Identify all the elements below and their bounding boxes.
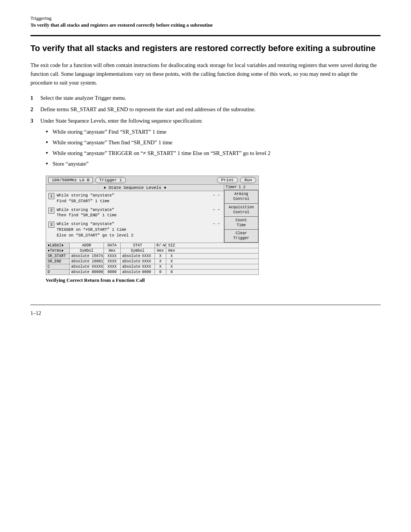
terms-stat-text: Symbol [131,249,144,253]
row2-addr[interactable]: absolute XXXXX [70,264,104,269]
step-1-num: 1 [30,94,39,102]
step-3-text: Under State Sequence Levels, enter the f… [40,117,381,125]
row1-rw-text: X [159,259,161,264]
step-1: 1 Select the state analyzer Trigger menu… [30,94,381,102]
row1-label-text: SR_END [48,259,61,264]
row2-siz[interactable]: X [166,264,177,269]
step-1-text: Select the state analyzer Trigger menu. [40,94,381,102]
row2-data-text: XXXX [107,265,116,269]
level-3-text: While storing “anystate” TRIGGER on “≠SR… [57,221,134,238]
terms-siz-text: Hex [168,249,175,253]
row3-addr-text: absolute 00000 [71,270,103,274]
grid-data-row-1: SR_END absolute 16001 XXXX absolute XXXX… [46,259,258,264]
row0-siz[interactable]: X [166,254,177,259]
clear-trigger-button[interactable]: ClearTrigger [224,229,258,243]
grid-terms-row: ♦Terms♦ Symbol Hex Symbol Hex [46,248,258,254]
row2-label[interactable]: C [46,264,70,269]
row1-stat[interactable]: absolute XXXX [121,259,155,264]
row1-siz[interactable]: X [166,259,177,264]
level-3-line1: While storing “anystate” [57,221,134,227]
row3-stat[interactable]: absolute 0000 [121,270,155,275]
row2-stat[interactable]: absolute XXXX [121,264,155,269]
row2-data[interactable]: XXXX [104,264,121,269]
rw-header-text: R/-W [156,243,166,248]
row3-addr[interactable]: absolute 00000 [70,270,104,275]
stat-header-text: STAT [133,243,142,248]
level-3-row: 3 While storing “anystate” TRIGGER on “≠… [48,221,221,238]
bullet-3-dot: • [46,149,53,158]
sequence-levels-panel: ♦ State Sequence Levels ♦ 1 While storin… [46,185,224,243]
bullet-1: • While storing “anystate” Find “SR_STAR… [46,128,381,136]
arming-control-button[interactable]: ArmingControl [224,190,258,203]
level-1-num: 1 [48,193,54,199]
acquisition-control-button[interactable]: AcquisitionControl [224,203,258,216]
bullet-2-dot: • [46,139,53,147]
level-2-line1: While storing “anystate” [57,207,117,213]
siz-header-cell: SIZ [166,243,177,248]
step-3: 3 Under State Sequence Levels, enter the… [30,117,381,125]
top-rule [30,35,381,36]
trigger-button[interactable]: Trigger 1 [95,177,126,183]
device-button[interactable]: 100/500MHz LA B [48,177,93,183]
grid-header-row: ♦Label♦ ADDR DATA STAT R/-W SI [46,243,258,248]
row2-stat-text: absolute [122,265,140,269]
level-2-inner: While storing “anystate” Then find “SR_E… [57,207,221,218]
row1-addr[interactable]: absolute 16001 [70,259,104,264]
row0-stat[interactable]: absolute XXXX [121,254,155,259]
print-button[interactable]: Print [217,177,238,183]
bottom-rule [30,305,381,305]
bullet-4-text: Store “anystate” [53,160,89,168]
timer-header: Timer 1 2 [224,185,258,190]
row1-rw[interactable]: X [155,259,166,264]
row2-rw-text: X [159,265,161,269]
row3-rw[interactable]: 0 [155,270,166,275]
label-header-cell[interactable]: ♦Label♦ [46,243,70,248]
run-button[interactable]: Run [240,177,256,183]
breadcrumb-line2: To verify that all stacks and registers … [30,22,381,28]
row3-siz-text: 0 [170,270,173,274]
row1-data[interactable]: XXXX [104,259,121,264]
diagram-caption: Verifying Correct Return from a Function… [46,277,259,283]
row1-label[interactable]: SR_END [46,259,70,264]
diagram-wrapper: 100/500MHz LA B Trigger 1 Print Run ♦ St… [46,176,259,289]
row3-data[interactable]: 0000 [104,270,121,275]
level-1-inner: While storing “anystate” Find “SR_START”… [57,193,221,204]
row0-label[interactable]: SR_START [46,254,70,259]
row3-siz[interactable]: 0 [166,270,177,275]
step-2-text: Define terms SR_START and SR_END to repr… [40,105,381,114]
bullet-3-text: While storing “anystate” TRIGGER on “≠ S… [53,149,271,158]
terms-label-cell[interactable]: ♦Terms♦ [46,248,70,253]
seq-levels: 1 While storing “anystate” Find “SR_STAR… [46,191,224,243]
diagram-top-bar: 100/500MHz LA B Trigger 1 Print Run [46,176,258,185]
header-section: Triggering To verify that all stacks and… [30,15,381,28]
grid-data-row-3: D absolute 00000 0000 absolute 0000 0 [46,270,258,275]
level-3-inner: While storing “anystate” TRIGGER on “≠SR… [57,221,221,238]
row3-stat-text: absolute [122,270,140,274]
row1-data-text: XXXX [107,259,116,264]
row0-data[interactable]: XXXX [104,254,121,259]
row2-label-text: C [48,265,50,269]
bullet-3: • While storing “anystate” TRIGGER on “≠… [46,149,381,158]
row0-rw-text: X [159,254,161,258]
diagram-grid: ♦Label♦ ADDR DATA STAT R/-W SI [46,243,258,275]
level-1-dashes: – – [213,193,221,204]
bullet-4-dot: • [46,160,53,168]
page: Triggering To verify that all stacks and… [0,0,411,532]
row2-rw[interactable]: X [155,264,166,269]
level-3-dashes: – – [213,221,221,238]
row3-label[interactable]: D [46,270,70,275]
row0-rw[interactable]: X [155,254,166,259]
timer-label: Timer [226,185,237,189]
diagram-main: ♦ State Sequence Levels ♦ 1 While storin… [46,185,258,243]
row1-siz-text: X [170,259,173,264]
diagram: 100/500MHz LA B Trigger 1 Print Run ♦ St… [46,176,259,275]
row0-addr[interactable]: absolute 1567A [70,254,104,259]
bullet-2: • While storing “anystate” Then find “SR… [46,139,381,147]
count-time-button[interactable]: CountTime [224,216,258,229]
bullet-4: • Store “anystate” [46,160,381,168]
numbered-list: 1 Select the state analyzer Trigger menu… [30,94,381,125]
rw-header-cell: R/-W [155,243,166,248]
diagram-caption-text: Verifying Correct Return from a Function… [46,277,145,283]
row2-addr-text: absolute XXXXX [71,265,103,269]
stat-header-cell: STAT [121,243,155,248]
